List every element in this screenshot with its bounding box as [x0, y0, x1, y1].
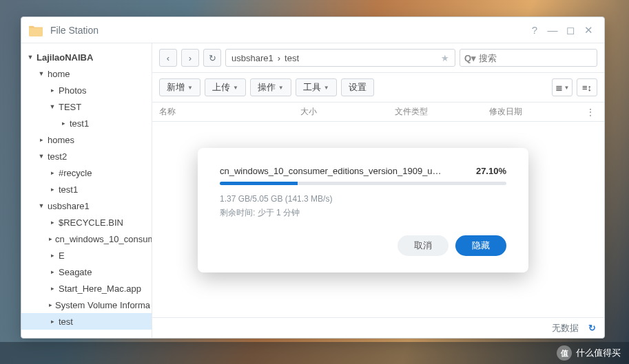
- hide-button[interactable]: 隐藏: [455, 235, 506, 256]
- toolbar-nav: ‹ › ↻ usbshare1 › test ★ Q▾: [152, 43, 604, 73]
- col-size[interactable]: 大小: [300, 106, 395, 118]
- progress-remaining: 剩余时间: 少于 1 分钟: [220, 206, 506, 220]
- search-box[interactable]: Q▾: [460, 49, 597, 67]
- chevron-right-icon[interactable]: ▸: [49, 252, 56, 259]
- chevron-right-icon[interactable]: ▸: [49, 235, 52, 242]
- action-button[interactable]: 操作▼: [250, 78, 291, 96]
- chevron-right-icon[interactable]: ▸: [49, 285, 56, 292]
- sidebar-item[interactable]: ▼test2: [21, 148, 152, 164]
- chevron-right-icon[interactable]: ▸: [49, 87, 56, 94]
- sidebar-item-label: test1: [59, 184, 78, 195]
- sidebar-item[interactable]: ▸test: [21, 313, 152, 330]
- sidebar-item[interactable]: ▼usbshare1: [21, 197, 152, 214]
- chevron-down-icon[interactable]: ▼: [49, 103, 56, 110]
- sidebar-item-label: test: [59, 317, 73, 327]
- progress-bar-track: [220, 182, 506, 185]
- back-button[interactable]: ‹: [159, 49, 177, 67]
- tools-button[interactable]: 工具▼: [296, 78, 337, 96]
- chevron-right-icon[interactable]: ▸: [49, 219, 56, 226]
- maximize-button[interactable]: ◻: [561, 21, 579, 39]
- chevron-right-icon[interactable]: ▸: [60, 120, 67, 127]
- chevron-right-icon[interactable]: ▸: [49, 268, 56, 275]
- sidebar-item-label: #recycle: [59, 168, 92, 178]
- column-more-button[interactable]: ⋮: [584, 107, 597, 117]
- sidebar-item[interactable]: ▸cn_windows_10_consumer: [21, 231, 152, 247]
- titlebar: File Station ? — ◻ ✕: [21, 17, 604, 43]
- col-type[interactable]: 文件类型: [395, 106, 489, 118]
- chevron-down-icon: ▼: [27, 54, 34, 61]
- chevron-down-icon[interactable]: ▼: [38, 202, 45, 209]
- sidebar-item-label: home: [48, 69, 70, 79]
- file-station-window: File Station ? — ◻ ✕ ▼ LajilaoNAIBA ▼hom…: [21, 17, 605, 339]
- breadcrumb-item[interactable]: usbshare1: [231, 53, 274, 63]
- sidebar-item-label: test1: [70, 118, 89, 129]
- chevron-down-icon: ▼: [278, 85, 284, 91]
- desktop-taskbar: 值 什么值得买: [0, 342, 629, 364]
- status-refresh-button[interactable]: ↻: [588, 323, 596, 333]
- new-button[interactable]: 新增▼: [159, 78, 200, 96]
- sidebar-item-label: homes: [48, 135, 74, 145]
- sidebar-item[interactable]: ▸System Volume Informa: [21, 297, 152, 313]
- col-name[interactable]: 名称: [159, 106, 300, 118]
- tree-body: ▼home▸Photos▼TEST▸test1▸homes▼test2▸#rec…: [21, 65, 152, 330]
- breadcrumb[interactable]: usbshare1 › test ★: [225, 49, 455, 67]
- upload-button[interactable]: 上传▼: [205, 78, 246, 96]
- sidebar-item[interactable]: ▸test1: [21, 115, 152, 131]
- sidebar-item[interactable]: ▸#recycle: [21, 164, 152, 181]
- search-input[interactable]: [479, 53, 592, 63]
- sidebar-item-label: usbshare1: [48, 201, 90, 211]
- help-button[interactable]: ?: [526, 21, 544, 39]
- brand-text: 什么值得买: [576, 347, 621, 359]
- sidebar-item-label: Seagate: [59, 267, 92, 277]
- sidebar-item[interactable]: ▼TEST: [21, 98, 152, 115]
- sidebar-item[interactable]: ▸E: [21, 247, 152, 264]
- toolbar-actions: 新增▼ 上传▼ 操作▼ 工具▼ 设置 ≣ ▼ ≡↕: [152, 73, 604, 103]
- sidebar-item[interactable]: ▸Photos: [21, 82, 152, 98]
- sidebar-item-label: test2: [48, 151, 67, 162]
- statusbar: 无数据 ↻: [152, 317, 604, 338]
- settings-button[interactable]: 设置: [341, 78, 374, 96]
- chevron-right-icon[interactable]: ▸: [49, 186, 56, 193]
- sidebar-item[interactable]: ▸Start_Here_Mac.app: [21, 280, 152, 297]
- col-date[interactable]: 修改日期: [489, 106, 584, 118]
- chevron-right-icon[interactable]: ▸: [49, 318, 56, 325]
- view-list-button[interactable]: ≣ ▼: [552, 78, 573, 96]
- brand-icon: 值: [557, 345, 572, 361]
- column-headers: 名称 大小 文件类型 修改日期 ⋮: [152, 103, 604, 122]
- chevron-right-icon[interactable]: ▸: [49, 301, 52, 308]
- cancel-button[interactable]: 取消: [398, 235, 448, 256]
- chevron-down-icon[interactable]: ▼: [38, 153, 45, 160]
- chevron-down-icon: ▼: [233, 85, 238, 91]
- search-icon: Q▾: [464, 53, 476, 63]
- star-icon[interactable]: ★: [441, 53, 449, 63]
- sidebar-item-label: Photos: [59, 85, 86, 96]
- window-title: File Station: [50, 25, 526, 36]
- sort-button[interactable]: ≡↕: [577, 78, 597, 96]
- close-button[interactable]: ✕: [579, 21, 597, 39]
- sidebar-item[interactable]: ▸$RECYCLE.BIN: [21, 214, 152, 231]
- progress-transfer: 1.37 GB/5.05 GB (141.3 MB/s): [220, 192, 506, 206]
- chevron-down-icon: ▼: [187, 85, 193, 91]
- chevron-right-icon[interactable]: ▸: [38, 136, 45, 143]
- sidebar-item[interactable]: ▸test1: [21, 181, 152, 197]
- folder-icon: [28, 24, 43, 36]
- chevron-down-icon[interactable]: ▼: [38, 70, 45, 77]
- progress-percent: 27.10%: [476, 166, 506, 176]
- tree-root[interactable]: ▼ LajilaoNAIBA: [21, 49, 152, 65]
- sidebar-item-label: Start_Here_Mac.app: [59, 283, 141, 294]
- forward-button[interactable]: ›: [181, 49, 199, 67]
- sidebar-item[interactable]: ▸homes: [21, 131, 152, 148]
- minimize-button[interactable]: —: [544, 21, 561, 39]
- refresh-button[interactable]: ↻: [203, 49, 221, 67]
- chevron-down-icon: ▼: [564, 85, 570, 91]
- progress-filename: cn_windows_10_consumer_editions_version_…: [220, 166, 473, 176]
- breadcrumb-item[interactable]: test: [285, 53, 299, 63]
- status-empty: 无数据: [552, 322, 579, 334]
- sidebar-item-label: TEST: [59, 102, 81, 112]
- sidebar-item[interactable]: ▼home: [21, 65, 152, 82]
- sidebar: ▼ LajilaoNAIBA ▼home▸Photos▼TEST▸test1▸h…: [21, 43, 152, 338]
- sidebar-item-label: System Volume Informa: [55, 300, 150, 310]
- sidebar-item[interactable]: ▸Seagate: [21, 264, 152, 280]
- chevron-right-icon[interactable]: ▸: [49, 169, 56, 176]
- sidebar-item-label: cn_windows_10_consumer: [55, 234, 152, 244]
